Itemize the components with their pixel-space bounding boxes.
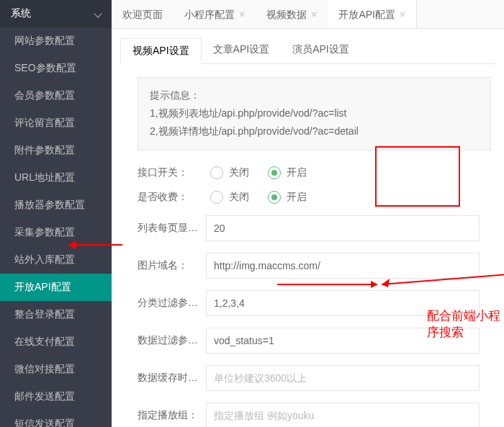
subtab-item[interactable]: 演员API设置 xyxy=(281,37,361,63)
tab-item[interactable]: 视频数据× xyxy=(256,0,328,28)
filter-input[interactable] xyxy=(206,290,480,316)
sidebar-item[interactable]: 评论留言配置 xyxy=(0,109,112,137)
tab-item[interactable]: 欢迎页面 xyxy=(112,0,174,28)
close-icon[interactable]: × xyxy=(400,0,405,29)
main: 欢迎页面小程序配置×视频数据×开放API配置× 视频API设置文章API设置演员… xyxy=(112,0,504,427)
sidebar-item[interactable]: 网站参数配置 xyxy=(0,27,112,55)
info-box: 提示信息： 1,视频列表地址/api.php/provide/vod/?ac=l… xyxy=(138,77,491,150)
subtabs: 视频API设置文章API设置演员API设置 xyxy=(120,37,495,64)
sidebar-item[interactable]: 播放器参数配置 xyxy=(0,192,112,219)
subtab-item[interactable]: 视频API设置 xyxy=(120,38,202,64)
sidebar-title: 系统 xyxy=(11,7,31,20)
radio-icon xyxy=(268,191,281,204)
charge-radio-group: 关闭 开启 xyxy=(206,191,495,204)
datafilter-label: 数据过滤参数： xyxy=(138,334,206,347)
sidebar-item[interactable]: 开放API配置 xyxy=(0,274,112,301)
charge-label: 是否收费： xyxy=(138,191,206,204)
playgroup-label: 指定播放组： xyxy=(138,409,206,422)
cache-label: 数据缓存时间： xyxy=(138,372,206,385)
tab-item[interactable]: 开放API配置× xyxy=(328,0,417,28)
sidebar-item[interactable]: 采集参数配置 xyxy=(0,219,112,246)
info-title: 提示信息： xyxy=(150,86,479,104)
sidebar-item[interactable]: SEO参数配置 xyxy=(0,55,112,82)
subtab-item[interactable]: 文章API设置 xyxy=(202,37,282,63)
sidebar-item[interactable]: 附件参数配置 xyxy=(0,137,112,164)
sidebar-item[interactable]: 短信发送配置 xyxy=(0,410,112,427)
cache-input[interactable] xyxy=(206,365,480,391)
tab-item[interactable]: 小程序配置× xyxy=(174,0,256,28)
datafilter-input[interactable] xyxy=(206,328,480,354)
charge-on-radio[interactable]: 开启 xyxy=(268,191,307,204)
sidebar-item[interactable]: 微信对接配置 xyxy=(0,356,112,383)
sidebar-item[interactable]: 在线支付配置 xyxy=(0,328,112,356)
sidebar-item[interactable]: 站外入库配置 xyxy=(0,246,112,274)
pagesize-label: 列表每页显示... xyxy=(138,222,206,235)
info-line1: 1,视频列表地址/api.php/provide/vod/?ac=list xyxy=(150,104,479,122)
sidebar-item[interactable]: URL地址配置 xyxy=(0,164,112,192)
switch-off-radio[interactable]: 关闭 xyxy=(210,166,249,179)
content: 视频API设置文章API设置演员API设置 提示信息： 1,视频列表地址/api… xyxy=(112,29,504,427)
close-icon[interactable]: × xyxy=(311,0,317,29)
chevron-down-icon xyxy=(94,9,102,17)
sidebar-item[interactable]: 会员参数配置 xyxy=(0,82,112,109)
close-icon[interactable]: × xyxy=(239,0,245,29)
info-line2: 2,视频详情地址/api.php/provide/vod/?ac=detail xyxy=(150,122,479,140)
tabs-top: 欢迎页面小程序配置×视频数据×开放API配置× xyxy=(112,0,504,29)
switch-label: 接口开关： xyxy=(138,166,206,179)
radio-icon xyxy=(268,166,281,179)
sidebar-header[interactable]: 系统 xyxy=(0,0,112,27)
radio-icon xyxy=(210,191,223,204)
switch-radio-group: 关闭 开启 xyxy=(206,166,495,179)
imgdomain-label: 图片域名： xyxy=(138,259,206,272)
pagesize-input[interactable] xyxy=(206,215,480,241)
filter-label: 分类过滤参数： xyxy=(138,297,206,310)
sidebar-item[interactable]: 整合登录配置 xyxy=(0,301,112,328)
sidebar-item[interactable]: 邮件发送配置 xyxy=(0,383,112,410)
charge-off-radio[interactable]: 关闭 xyxy=(210,191,249,204)
imgdomain-input[interactable] xyxy=(206,253,480,279)
sidebar: 系统 网站参数配置SEO参数配置会员参数配置评论留言配置附件参数配置URL地址配… xyxy=(0,0,112,427)
radio-icon xyxy=(210,166,223,179)
switch-on-radio[interactable]: 开启 xyxy=(268,166,307,179)
playgroup-input[interactable] xyxy=(206,403,480,427)
